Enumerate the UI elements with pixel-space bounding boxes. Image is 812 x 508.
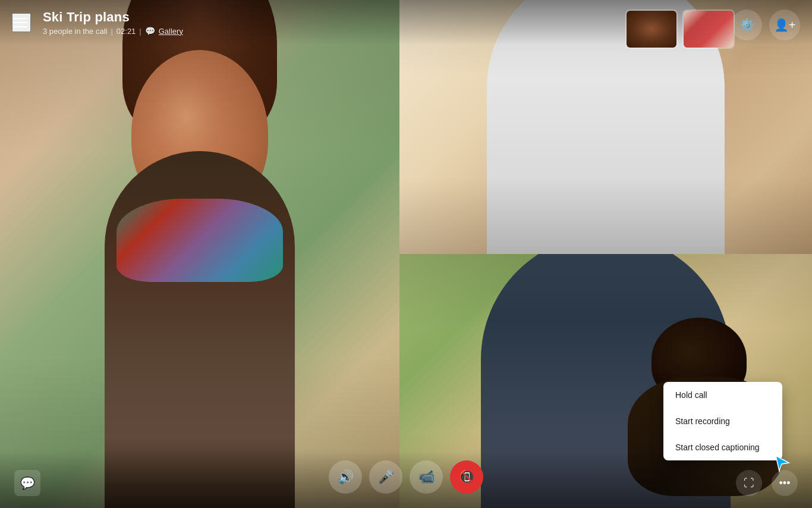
- camera-icon: 📹: [418, 469, 435, 485]
- fullscreen-button[interactable]: ⛶: [736, 470, 762, 496]
- microphone-icon: 🎤: [378, 469, 394, 485]
- end-call-button[interactable]: 📵: [450, 460, 483, 494]
- more-options-button[interactable]: •••: [772, 470, 798, 496]
- settings-icon: ⚙️: [739, 18, 754, 32]
- camera-button[interactable]: 📹: [410, 460, 443, 494]
- thumbnail-2[interactable]: [682, 10, 735, 49]
- gallery-button[interactable]: Gallery: [159, 27, 183, 36]
- hamburger-button[interactable]: [12, 13, 31, 32]
- hold-call-item[interactable]: Hold call: [663, 382, 782, 408]
- thumbnails: [625, 10, 735, 49]
- more-options-icon: •••: [779, 477, 791, 490]
- add-person-button[interactable]: 👤+: [769, 10, 800, 40]
- main-video: [0, 0, 399, 508]
- thumb-2-bg: [684, 11, 734, 48]
- chat-icon: 💬: [20, 476, 35, 490]
- bottom-left-controls: 💬: [14, 470, 40, 496]
- hamburger-line-2: [13, 22, 27, 23]
- speaker-button[interactable]: 🔊: [329, 460, 362, 494]
- top-controls: ⚙️ 👤+: [731, 10, 800, 40]
- thumb-1-bg: [627, 11, 676, 48]
- bottom-right-controls: ⛶ •••: [736, 470, 798, 496]
- call-container: Ski Trip plans 3 people in the call | 02…: [0, 0, 812, 508]
- fullscreen-icon: ⛶: [744, 477, 754, 490]
- sep-2: |: [139, 27, 141, 36]
- hamburger-line-1: [13, 18, 27, 19]
- people-count: 3 people in the call: [43, 27, 107, 36]
- start-recording-item[interactable]: Start recording: [663, 408, 782, 434]
- mute-button[interactable]: 🎤: [369, 460, 402, 494]
- dropdown-menu: Hold call Start recording Start closed c…: [663, 382, 782, 460]
- thumbnail-1[interactable]: [625, 10, 678, 49]
- add-person-icon: 👤+: [774, 18, 796, 32]
- end-call-icon: 📵: [459, 469, 475, 485]
- hamburger-line-3: [13, 26, 27, 27]
- chat-icon-small: 💬: [145, 26, 155, 36]
- speaker-icon: 🔊: [338, 469, 354, 485]
- start-closed-captioning-item[interactable]: Start closed captioning: [663, 434, 782, 460]
- settings-button[interactable]: ⚙️: [731, 10, 762, 40]
- chat-button[interactable]: 💬: [14, 470, 40, 496]
- main-video-overlay: [0, 0, 399, 508]
- call-duration: 02:21: [117, 27, 136, 36]
- sep-1: |: [111, 27, 112, 36]
